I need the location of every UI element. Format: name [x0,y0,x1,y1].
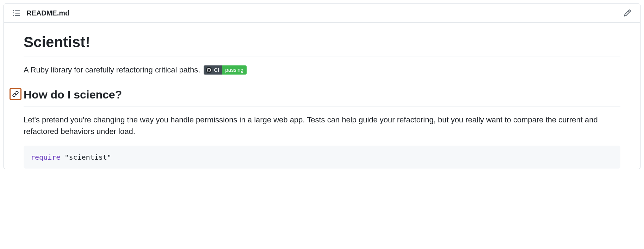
pencil-icon [624,9,631,17]
list-unordered-icon [13,9,20,17]
heading-anchor-link[interactable] [10,88,21,100]
code-block: require "scientist" [24,146,620,169]
intro-paragraph: Let's pretend you're changing the way yo… [24,114,620,137]
badge-label: CI [204,65,222,75]
edit-file-button[interactable] [622,7,633,19]
markdown-body: Scientist! A Ruby library for carefully … [4,23,640,169]
readme-container: README.md Scientist! A Ruby library for … [4,4,640,169]
readme-header: README.md [4,4,640,23]
badge-status-text: passing [222,65,247,75]
code-string: "scientist" [64,153,111,161]
github-mark-icon [206,67,212,73]
section-heading-text: How do I science? [24,88,122,101]
description-paragraph: A Ruby library for carefully refactoring… [24,64,620,76]
code-keyword: require [31,153,60,161]
readme-filename: README.md [26,9,69,17]
description-text: A Ruby library for carefully refactoring… [24,64,200,76]
section-heading-how-do-i-science: How do I science? [24,86,620,107]
link-icon [12,90,19,97]
page-title: Scientist! [24,31,620,57]
table-of-contents-button[interactable] [11,7,22,19]
ci-status-badge[interactable]: CI passing [204,65,247,75]
badge-left-text: CI [214,65,219,75]
